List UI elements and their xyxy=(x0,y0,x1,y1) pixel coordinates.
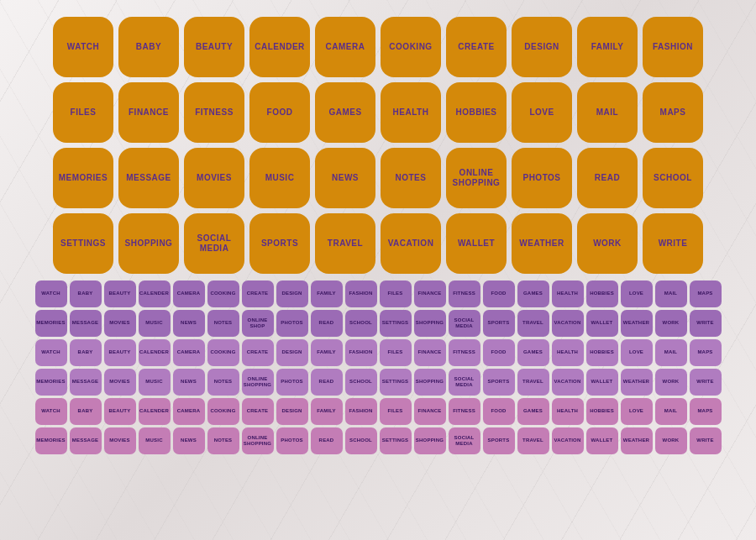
small-icon-1-write-19[interactable]: WRITE xyxy=(690,369,722,396)
large-icon-fitness[interactable]: FITNESS xyxy=(184,82,244,143)
small-icon-0-work-18[interactable]: WORK xyxy=(655,310,687,337)
small-icon-2-settings-10[interactable]: SETTINGS xyxy=(380,427,412,454)
large-icon-hobbies[interactable]: HOBBIES xyxy=(446,82,507,143)
small-icon-2-weather-17[interactable]: WEATHER xyxy=(621,427,653,454)
small-icon-2-create-6[interactable]: CREATE xyxy=(242,398,274,425)
small-icon-2-photos-7[interactable]: PHOTOS xyxy=(276,427,308,454)
small-icon-0-notes-5[interactable]: NOTES xyxy=(207,310,239,337)
small-icon-2-cooking-5[interactable]: COOKING xyxy=(207,398,239,425)
small-icon-1-online-shopping-6[interactable]: ONLINE SHOPPING xyxy=(242,369,274,396)
small-icon-2-maps-19[interactable]: MAPS xyxy=(690,398,722,425)
large-icon-news[interactable]: NEWS xyxy=(315,148,375,208)
large-icon-travel[interactable]: TRAVEL xyxy=(315,213,375,274)
small-icon-0-online-shop-6[interactable]: ONLINE SHOP xyxy=(242,310,274,337)
large-icon-settings[interactable]: SETTINGS xyxy=(53,213,113,274)
small-icon-1-music-3[interactable]: MUSIC xyxy=(139,369,171,396)
small-icon-0-games-14[interactable]: GAMES xyxy=(517,280,549,307)
large-icon-cooking[interactable]: COOKING xyxy=(381,17,441,77)
large-icon-social-media[interactable]: SOCIAL MEDIA xyxy=(184,213,244,274)
small-icon-2-watch-0[interactable]: WATCH xyxy=(35,398,67,425)
small-icon-1-food-13[interactable]: FOOD xyxy=(483,339,515,366)
small-icon-0-finance-11[interactable]: FINANCE xyxy=(414,280,446,307)
small-icon-1-fashion-9[interactable]: FASHION xyxy=(345,339,377,366)
small-icon-2-beauty-2[interactable]: BEAUTY xyxy=(104,398,136,425)
small-icon-0-cooking-5[interactable]: COOKING xyxy=(207,280,239,307)
small-icon-1-beauty-2[interactable]: BEAUTY xyxy=(104,339,136,366)
small-icon-1-cooking-5[interactable]: COOKING xyxy=(207,339,239,366)
small-icon-2-finance-11[interactable]: FINANCE xyxy=(414,398,446,425)
large-icon-create[interactable]: CREATE xyxy=(446,17,507,77)
small-icon-1-social-media-12[interactable]: SOCIAL MEDIA xyxy=(449,369,480,396)
small-icon-1-design-7[interactable]: DESIGN xyxy=(276,339,308,366)
small-icon-1-memories-0[interactable]: MEMORIES xyxy=(35,369,67,396)
small-icon-2-mail-18[interactable]: MAIL xyxy=(655,398,687,425)
small-icon-2-family-8[interactable]: FAMILY xyxy=(311,398,343,425)
small-icon-1-photos-7[interactable]: PHOTOS xyxy=(276,369,308,396)
small-icon-2-food-13[interactable]: FOOD xyxy=(483,398,515,425)
small-icon-0-mail-18[interactable]: MAIL xyxy=(655,280,687,307)
small-icon-0-food-13[interactable]: FOOD xyxy=(483,280,515,307)
small-icon-0-travel-14[interactable]: TRAVEL xyxy=(517,310,549,337)
small-icon-1-work-18[interactable]: WORK xyxy=(655,369,687,396)
small-icon-1-settings-10[interactable]: SETTINGS xyxy=(380,369,412,396)
large-icon-food[interactable]: FOOD xyxy=(249,82,310,143)
small-icon-0-news-4[interactable]: NEWS xyxy=(173,310,205,337)
large-icon-music[interactable]: MUSIC xyxy=(249,148,310,208)
large-icon-movies[interactable]: MOVIES xyxy=(184,148,244,208)
small-icon-0-files-10[interactable]: FILES xyxy=(380,280,412,307)
small-icon-2-memories-0[interactable]: MEMORIES xyxy=(35,427,67,454)
small-icon-1-hobbies-16[interactable]: HOBBIES xyxy=(586,339,618,366)
small-icon-0-photos-7[interactable]: PHOTOS xyxy=(276,310,308,337)
small-icon-1-create-6[interactable]: CREATE xyxy=(242,339,274,366)
small-icon-2-social-media-12[interactable]: SOCIAL MEDIA xyxy=(449,427,480,454)
small-icon-0-shopping-11[interactable]: SHOPPING xyxy=(414,310,446,337)
small-icon-2-fitness-12[interactable]: FITNESS xyxy=(449,398,480,425)
small-icon-0-watch-0[interactable]: WATCH xyxy=(35,280,67,307)
large-icon-maps[interactable]: MAPS xyxy=(643,82,703,143)
small-icon-1-love-17[interactable]: LOVE xyxy=(621,339,653,366)
small-icon-0-maps-19[interactable]: MAPS xyxy=(690,280,722,307)
large-icon-wallet[interactable]: WALLET xyxy=(446,213,507,274)
small-icon-1-movies-2[interactable]: MOVIES xyxy=(104,369,136,396)
small-icon-0-message-1[interactable]: MESSAGE xyxy=(70,310,102,337)
small-icon-1-message-1[interactable]: MESSAGE xyxy=(70,369,102,396)
small-icon-0-love-17[interactable]: LOVE xyxy=(621,280,653,307)
small-icon-2-design-7[interactable]: DESIGN xyxy=(276,398,308,425)
small-icon-2-sports-13[interactable]: SPORTS xyxy=(483,427,515,454)
large-icon-read[interactable]: READ xyxy=(577,148,638,208)
small-icon-2-calender-3[interactable]: CALENDER xyxy=(139,398,171,425)
large-icon-family[interactable]: FAMILY xyxy=(577,17,638,77)
large-icon-school[interactable]: SCHOOL xyxy=(643,148,703,208)
small-icon-1-wallet-16[interactable]: WALLET xyxy=(586,369,618,396)
large-icon-beauty[interactable]: BEAUTY xyxy=(184,17,244,77)
small-icon-1-mail-18[interactable]: MAIL xyxy=(655,339,687,366)
small-icon-0-write-19[interactable]: WRITE xyxy=(690,310,722,337)
small-icon-2-notes-5[interactable]: NOTES xyxy=(207,427,239,454)
small-icon-0-camera-4[interactable]: CAMERA xyxy=(173,280,205,307)
large-icon-notes[interactable]: NOTES xyxy=(381,148,441,208)
large-icon-baby[interactable]: BABY xyxy=(118,17,179,77)
small-icon-0-beauty-2[interactable]: BEAUTY xyxy=(104,280,136,307)
large-icon-work[interactable]: WORK xyxy=(577,213,638,274)
large-icon-photos[interactable]: PHOTOS xyxy=(512,148,572,208)
small-icon-0-settings-10[interactable]: SETTINGS xyxy=(380,310,412,337)
small-icon-1-watch-0[interactable]: WATCH xyxy=(35,339,67,366)
large-icon-online-shopping[interactable]: ONLINE SHOPPING xyxy=(446,148,507,208)
small-icon-0-fashion-9[interactable]: FASHION xyxy=(345,280,377,307)
small-icon-1-health-15[interactable]: HEALTH xyxy=(552,339,584,366)
small-icon-0-health-15[interactable]: HEALTH xyxy=(552,280,584,307)
small-icon-1-baby-1[interactable]: BABY xyxy=(70,339,102,366)
small-icon-0-family-8[interactable]: FAMILY xyxy=(311,280,343,307)
small-icon-1-calender-3[interactable]: CALENDER xyxy=(139,339,171,366)
small-icon-2-read-8[interactable]: READ xyxy=(311,427,343,454)
large-icon-message[interactable]: MESSAGE xyxy=(118,148,179,208)
small-icon-2-write-19[interactable]: WRITE xyxy=(690,427,722,454)
large-icon-sports[interactable]: SPORTS xyxy=(249,213,310,274)
large-icon-files[interactable]: FILES xyxy=(53,82,113,143)
small-icon-2-hobbies-16[interactable]: HOBBIES xyxy=(586,398,618,425)
small-icon-1-sports-13[interactable]: SPORTS xyxy=(483,369,515,396)
small-icon-2-health-15[interactable]: HEALTH xyxy=(552,398,584,425)
small-icon-2-love-17[interactable]: LOVE xyxy=(621,398,653,425)
small-icon-1-fitness-12[interactable]: FITNESS xyxy=(449,339,480,366)
large-icon-fashion[interactable]: FASHION xyxy=(643,17,703,77)
